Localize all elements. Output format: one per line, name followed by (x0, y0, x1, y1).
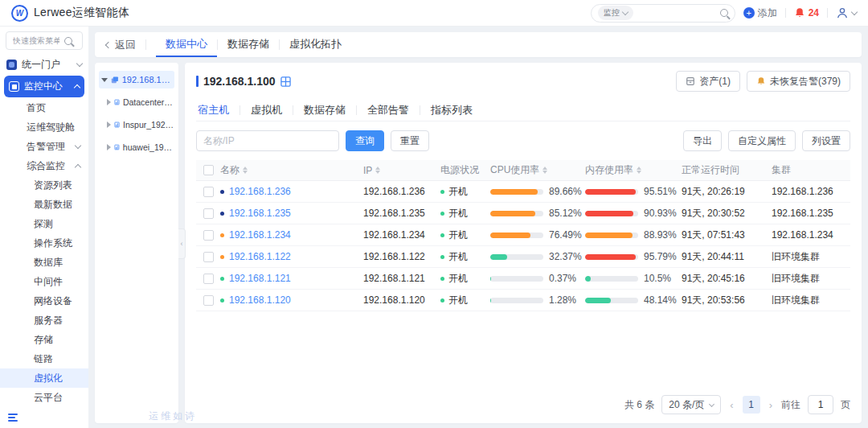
topology-grid-icon[interactable] (280, 76, 291, 87)
panel-collapse-handle[interactable]: ‹ (178, 228, 186, 259)
search-scope-dropdown[interactable]: 监控 (598, 6, 633, 20)
memory-usage-bar (585, 276, 638, 282)
next-page-button[interactable]: › (768, 399, 774, 411)
row-checkbox[interactable] (203, 295, 214, 306)
host-link[interactable]: 192.168.1.121 (229, 273, 291, 284)
tree-node-datacenter[interactable]: Datacenter_192.1... (99, 93, 174, 111)
sidebar-item-os[interactable]: 操作系统 (0, 233, 88, 253)
cpu-usage-bar (490, 211, 543, 216)
host-link[interactable]: 192.168.1.236 (229, 186, 291, 197)
column-settings-button[interactable]: 列设置 (802, 130, 850, 151)
cpu-usage-bar (490, 254, 543, 260)
sidebar-item-server[interactable]: 服务器 (0, 311, 88, 330)
power-status-dot (440, 298, 444, 302)
sidebar-item-virtualization[interactable]: 虚拟化 (0, 368, 88, 388)
sidebar-item-latest-data[interactable]: 最新数据 (0, 195, 88, 214)
sidebar-item-storage[interactable]: 存储 (0, 330, 88, 349)
back-button[interactable]: 返回 (106, 38, 136, 52)
menu-search-box[interactable] (6, 31, 83, 50)
sidebar-item-probe[interactable]: 探测 (0, 214, 88, 233)
main-area: 返回 数据中心 数据存储 虚拟化拓扑 (88, 27, 868, 428)
row-checkbox[interactable] (203, 187, 214, 197)
tree-node-root[interactable]: 192.168.1.100 (99, 71, 174, 88)
export-button[interactable]: 导出 (683, 130, 722, 151)
asset-button[interactable]: 资产(1) (676, 71, 740, 92)
resource-tree-panel: 192.168.1.100 Datacenter_192.1... (95, 63, 178, 423)
host-link[interactable]: 192.168.1.235 (229, 208, 291, 219)
host-link[interactable]: 192.168.1.122 (229, 251, 291, 262)
user-menu[interactable] (836, 6, 857, 19)
status-dot (220, 255, 224, 259)
custom-attributes-button[interactable]: 自定义属性 (728, 130, 796, 151)
tab-data-storage[interactable]: 数据存储 (218, 32, 279, 57)
search-icon[interactable] (720, 9, 728, 17)
row-checkbox[interactable] (203, 252, 214, 262)
chevron-up-icon (75, 163, 81, 170)
tree-node-label: 192.168.1.100 (122, 75, 172, 84)
cpu-usage-bar (490, 298, 543, 303)
tab-vm[interactable]: 虚拟机 (240, 103, 293, 117)
expand-arrow-icon[interactable] (101, 78, 108, 82)
tab-virtualization-topology[interactable]: 虚拟化拓扑 (280, 32, 351, 57)
left-sidebar: 统一门户 监控中心 首页 运维驾驶舱 告警管理 综合监控 (0, 27, 88, 428)
tab-metric-list[interactable]: 指标列表 (420, 103, 483, 117)
status-dot (220, 277, 224, 281)
menu-search-input[interactable] (11, 35, 61, 46)
collapsed-arrow-icon[interactable] (107, 121, 111, 128)
row-checkbox[interactable] (203, 274, 214, 284)
sidebar-item-database[interactable]: 数据库 (0, 253, 88, 272)
page-size-select[interactable]: 20 条/页 (661, 395, 721, 414)
tab-host[interactable]: 宿主机 (196, 103, 240, 117)
tab-all-alarms[interactable]: 全部告警 (357, 103, 420, 117)
collapsed-arrow-icon[interactable] (107, 99, 111, 105)
host-link[interactable]: 192.168.1.234 (229, 229, 291, 241)
name-ip-search-input[interactable] (196, 130, 339, 151)
host-table: 名称 IP 电源状况 CPU使用率 内存使用率 正常运行时间 集群 (196, 160, 850, 391)
divider (145, 39, 146, 50)
sidebar-item-link[interactable]: 链路 (0, 349, 88, 368)
sort-icon[interactable] (542, 167, 547, 174)
sidebar-item-cockpit[interactable]: 运维驾驶舱 (0, 117, 88, 137)
collapsed-arrow-icon[interactable] (107, 144, 111, 150)
sidebar-item-resource-list[interactable]: 资源列表 (0, 175, 88, 195)
sort-icon[interactable] (375, 167, 380, 174)
sidebar-item-cloud-platform[interactable]: 云平台 (0, 388, 88, 407)
sidebar-item-monitor-center[interactable]: 监控中心 (4, 76, 84, 97)
reset-button[interactable]: 重置 (391, 130, 429, 151)
sort-icon[interactable] (637, 167, 641, 174)
sidebar-item-portal[interactable]: 统一门户 (0, 55, 88, 75)
back-label: 返回 (115, 38, 136, 52)
collapse-menu-icon[interactable] (8, 414, 18, 422)
current-page[interactable]: 1 (743, 396, 760, 414)
unrecovered-alarms-button[interactable]: 未恢复告警(379) (747, 71, 850, 92)
goto-page-input[interactable] (808, 395, 833, 414)
page-title: 192.168.1.100 (203, 75, 276, 88)
user-icon (836, 6, 849, 19)
sidebar-item-middleware[interactable]: 中间件 (0, 272, 88, 291)
sort-icon[interactable] (243, 167, 248, 174)
sidebar-item-integrated-monitor[interactable]: 综合监控 (0, 156, 88, 175)
tab-datastore[interactable]: 数据存储 (293, 103, 356, 117)
sidebar-item-home[interactable]: 首页 (0, 98, 88, 117)
query-button[interactable]: 查询 (346, 130, 384, 151)
sidebar-item-alarm-mgmt[interactable]: 告警管理 (0, 137, 88, 156)
tree-node-inspur[interactable]: Inspur_192.168.1... (99, 116, 174, 134)
filter-toolbar: 查询 重置 导出 自定义属性 列设置 (196, 130, 850, 151)
tree-node-label: Datacenter_192.1... (123, 97, 174, 107)
host-link[interactable]: 192.168.1.120 (229, 294, 291, 306)
power-status-dot (440, 277, 444, 281)
global-search-input[interactable]: 监控 (591, 4, 735, 23)
add-button[interactable]: + 添加 (743, 6, 777, 20)
tree-node-huawei[interactable]: huawei_192.168.1... (99, 138, 174, 156)
table-row: 192.168.1.120 192.168.1.120 开机 1.28% 48.… (196, 290, 850, 311)
select-all-checkbox[interactable] (203, 165, 214, 175)
table-header-row: 名称 IP 电源状况 CPU使用率 内存使用率 正常运行时间 集群 (196, 160, 850, 181)
prev-page-button[interactable]: ‹ (728, 399, 735, 411)
notifications-button[interactable]: 24 (794, 7, 819, 19)
sidebar-item-network-device[interactable]: 网络设备 (0, 291, 88, 311)
power-status-dot (440, 255, 444, 259)
datacenter-icon (114, 143, 120, 151)
row-checkbox[interactable] (203, 230, 214, 241)
row-checkbox[interactable] (203, 208, 214, 219)
tab-data-center[interactable]: 数据中心 (156, 32, 217, 57)
